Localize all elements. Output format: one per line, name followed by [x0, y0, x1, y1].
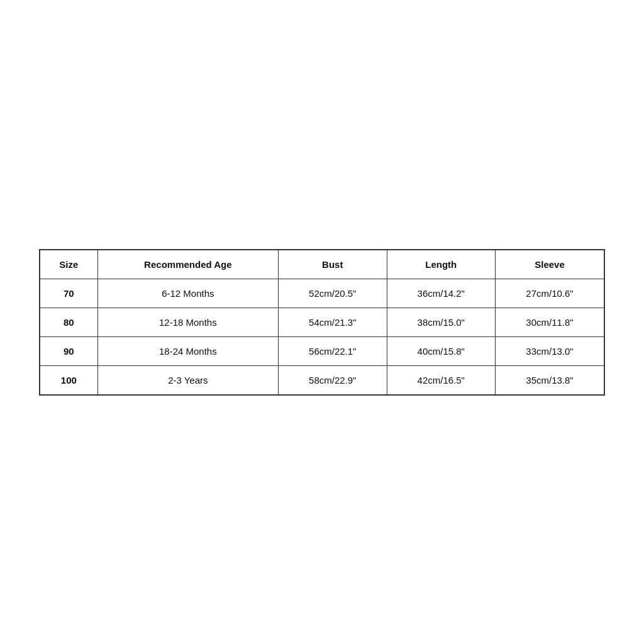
cell-row0-col2: 52cm/20.5" [279, 279, 387, 308]
cell-row3-col3: 42cm/16.5" [387, 365, 496, 395]
cell-row0-col0: 70 [40, 279, 97, 308]
cell-row1-col1: 12-18 Months [97, 308, 278, 336]
cell-row3-col2: 58cm/22.9" [279, 365, 387, 395]
cell-row2-col1: 18-24 Months [97, 336, 278, 365]
cell-row1-col4: 30cm/11.8" [496, 308, 604, 336]
cell-row1-col3: 38cm/15.0" [387, 308, 496, 336]
table-row: 8012-18 Months54cm/21.3"38cm/15.0"30cm/1… [40, 308, 604, 336]
table-row: 9018-24 Months56cm/22.1"40cm/15.8"33cm/1… [40, 336, 604, 365]
header-size: Size [40, 250, 97, 279]
cell-row0-col3: 36cm/14.2" [387, 279, 496, 308]
cell-row1-col0: 80 [40, 308, 97, 336]
table-row: 706-12 Months52cm/20.5"36cm/14.2"27cm/10… [40, 279, 604, 308]
header-sleeve: Sleeve [496, 250, 604, 279]
header-recommended-age: Recommended Age [97, 250, 278, 279]
cell-row3-col0: 100 [40, 365, 97, 395]
header-bust: Bust [279, 250, 387, 279]
cell-row1-col2: 54cm/21.3" [279, 308, 387, 336]
cell-row3-col4: 35cm/13.8" [496, 365, 604, 395]
table-header-row: Size Recommended Age Bust Length Sleeve [40, 250, 604, 279]
table-row: 1002-3 Years58cm/22.9"42cm/16.5"35cm/13.… [40, 365, 604, 395]
cell-row2-col0: 90 [40, 336, 97, 365]
cell-row2-col3: 40cm/15.8" [387, 336, 496, 365]
cell-row0-col4: 27cm/10.6" [496, 279, 604, 308]
size-chart-container: Size Recommended Age Bust Length Sleeve … [39, 249, 605, 396]
cell-row0-col1: 6-12 Months [97, 279, 278, 308]
header-length: Length [387, 250, 496, 279]
cell-row3-col1: 2-3 Years [97, 365, 278, 395]
cell-row2-col4: 33cm/13.0" [496, 336, 604, 365]
cell-row2-col2: 56cm/22.1" [279, 336, 387, 365]
size-chart-table: Size Recommended Age Bust Length Sleeve … [39, 249, 605, 396]
